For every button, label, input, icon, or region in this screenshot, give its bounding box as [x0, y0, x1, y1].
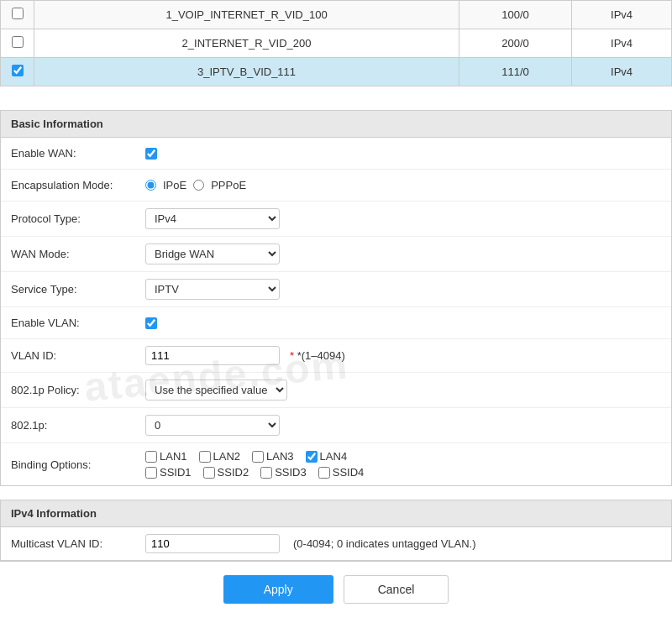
value-8021p-row: 802.1p: 0 1 2 3 4 5 6 7: [1, 408, 671, 443]
policy-8021p-label: 802.1p Policy:: [11, 384, 145, 396]
enable-wan-row: Enable WAN:: [1, 138, 671, 170]
encapsulation-pppoe-radio[interactable]: [193, 180, 204, 191]
vlan-hint-text: *(1–4094): [297, 349, 345, 362]
wan-table: 1_VOIP_INTERNET_R_VID_100 100/0 IPv4 2_I…: [0, 0, 672, 86]
encapsulation-ipoe-label: IPoE: [163, 179, 186, 191]
value-8021p-control: 0 1 2 3 4 5 6 7: [145, 415, 661, 436]
protocol-select[interactable]: IPv4: [145, 208, 280, 229]
ipv4-info-title: IPv4 Information: [11, 507, 97, 520]
binding-grid: LAN1 LAN2 LAN3 LAN4: [145, 450, 364, 479]
encapsulation-pppoe-label: PPPoE: [211, 179, 246, 191]
ssid2-checkbox[interactable]: [203, 467, 215, 479]
service-type-row: Service Type: IPTV Internet VOIP Other: [1, 272, 671, 307]
lan2-label: LAN2: [213, 450, 241, 463]
lan2-checkbox[interactable]: [199, 451, 211, 463]
enable-vlan-control: [145, 317, 661, 329]
lan1-checkbox[interactable]: [145, 451, 157, 463]
policy-8021p-control: Use the specified value Copy from 802.1p: [145, 380, 661, 400]
encapsulation-label: Encapsulation Mode:: [11, 179, 145, 191]
row-checkbox[interactable]: [12, 65, 24, 76]
row-vid: 111/0: [459, 58, 572, 86]
enable-vlan-label: Enable VLAN:: [11, 317, 145, 329]
ipv4-info-form: Multicast VLAN ID: (0-4094; 0 indicates …: [0, 526, 672, 561]
binding-row-lan: LAN1 LAN2 LAN3 LAN4: [145, 450, 364, 463]
binding-ssid4: SSID4: [318, 466, 365, 479]
enable-vlan-row: Enable VLAN:: [1, 307, 671, 339]
ipv4-info-header: IPv4 Information: [0, 500, 672, 526]
service-type-control: IPTV Internet VOIP Other: [145, 279, 661, 300]
value-8021p-label: 802.1p:: [11, 419, 145, 432]
vlan-required-star: *: [290, 349, 294, 362]
binding-row-ssid: SSID1 SSID2 SSID3 SSID4: [145, 466, 364, 479]
encapsulation-ipoe-radio[interactable]: [145, 180, 156, 191]
binding-ssid3: SSID3: [260, 466, 307, 479]
table-row[interactable]: 2_INTERNET_R_VID_200 200/0 IPv4: [1, 29, 672, 58]
binding-lan4: LAN4: [306, 450, 348, 463]
row-checkbox-cell[interactable]: [1, 1, 34, 29]
multicast-label: Multicast VLAN ID:: [11, 537, 145, 550]
binding-control: LAN1 LAN2 LAN3 LAN4: [145, 450, 661, 479]
table-row[interactable]: 1_VOIP_INTERNET_R_VID_100 100/0 IPv4: [1, 1, 672, 29]
wan-mode-label: WAN Mode:: [11, 248, 145, 260]
ssid1-label: SSID1: [160, 466, 192, 479]
binding-row: Binding Options: LAN1 LAN2: [1, 443, 671, 485]
enable-wan-label: Enable WAN:: [11, 147, 145, 160]
multicast-vlan-input[interactable]: [145, 534, 280, 553]
row-protocol: IPv4: [572, 29, 672, 58]
enable-wan-control: [145, 148, 661, 160]
ssid3-label: SSID3: [275, 466, 307, 479]
row-name: 3_IPTV_B_VID_111: [34, 58, 459, 86]
binding-lan2: LAN2: [199, 450, 241, 463]
lan3-checkbox[interactable]: [252, 451, 264, 463]
vlan-id-control: * *(1–4094): [145, 346, 661, 365]
row-checkbox-cell[interactable]: [1, 29, 34, 58]
ssid1-checkbox[interactable]: [145, 467, 157, 479]
ssid4-checkbox[interactable]: [318, 467, 330, 479]
wan-mode-select[interactable]: Bridge WAN Route WAN: [145, 243, 280, 264]
policy-8021p-select[interactable]: Use the specified value Copy from 802.1p: [145, 380, 287, 400]
row-name: 1_VOIP_INTERNET_R_VID_100: [34, 1, 459, 29]
protocol-control: IPv4: [145, 208, 661, 229]
row-vid: 200/0: [459, 29, 572, 58]
button-row: Apply Cancel: [0, 561, 672, 617]
value-8021p-select[interactable]: 0 1 2 3 4 5 6 7: [145, 415, 280, 436]
basic-info-header: Basic Information: [0, 110, 672, 137]
protocol-row: Protocol Type: IPv4: [1, 202, 671, 237]
binding-lan1: LAN1: [145, 450, 187, 463]
row-protocol: IPv4: [572, 1, 672, 29]
basic-info-form: Enable WAN: Encapsulation Mode: IPoE PPP…: [0, 137, 672, 486]
service-type-select[interactable]: IPTV Internet VOIP Other: [145, 279, 280, 300]
encapsulation-row: Encapsulation Mode: IPoE PPPoE: [1, 170, 671, 202]
service-type-label: Service Type:: [11, 283, 145, 296]
encapsulation-control: IPoE PPPoE: [145, 179, 661, 191]
vlan-id-label: VLAN ID:: [11, 349, 145, 362]
ssid4-label: SSID4: [333, 466, 365, 479]
enable-wan-checkbox[interactable]: [145, 148, 157, 160]
ssid2-label: SSID2: [218, 466, 249, 479]
apply-button[interactable]: Apply: [223, 575, 333, 604]
protocol-label: Protocol Type:: [11, 212, 145, 225]
multicast-control: (0-4094; 0 indicates untagged VLAN.): [145, 534, 661, 553]
vlan-id-row: VLAN ID: * *(1–4094): [1, 339, 671, 373]
binding-ssid1: SSID1: [145, 466, 192, 479]
row-vid: 100/0: [459, 1, 572, 29]
multicast-hint: (0-4094; 0 indicates untagged VLAN.): [293, 537, 476, 550]
row-protocol: IPv4: [572, 58, 672, 86]
row-checkbox[interactable]: [12, 36, 24, 48]
enable-vlan-checkbox[interactable]: [145, 317, 157, 329]
lan4-checkbox[interactable]: [306, 451, 318, 463]
table-row[interactable]: 3_IPTV_B_VID_111 111/0 IPv4: [1, 58, 672, 86]
ssid3-checkbox[interactable]: [260, 467, 272, 479]
cancel-button[interactable]: Cancel: [344, 575, 449, 604]
row-checkbox-cell[interactable]: [1, 58, 34, 86]
multicast-vlan-row: Multicast VLAN ID: (0-4094; 0 indicates …: [1, 527, 671, 560]
policy-8021p-row: 802.1p Policy: Use the specified value C…: [1, 373, 671, 408]
vlan-id-hint: * *(1–4094): [290, 349, 345, 362]
binding-label: Binding Options:: [11, 458, 145, 471]
lan1-label: LAN1: [160, 450, 187, 463]
row-checkbox[interactable]: [12, 8, 24, 19]
wan-mode-control: Bridge WAN Route WAN: [145, 243, 661, 264]
lan4-label: LAN4: [320, 450, 348, 463]
binding-lan3: LAN3: [252, 450, 294, 463]
vlan-id-input[interactable]: [145, 346, 280, 365]
